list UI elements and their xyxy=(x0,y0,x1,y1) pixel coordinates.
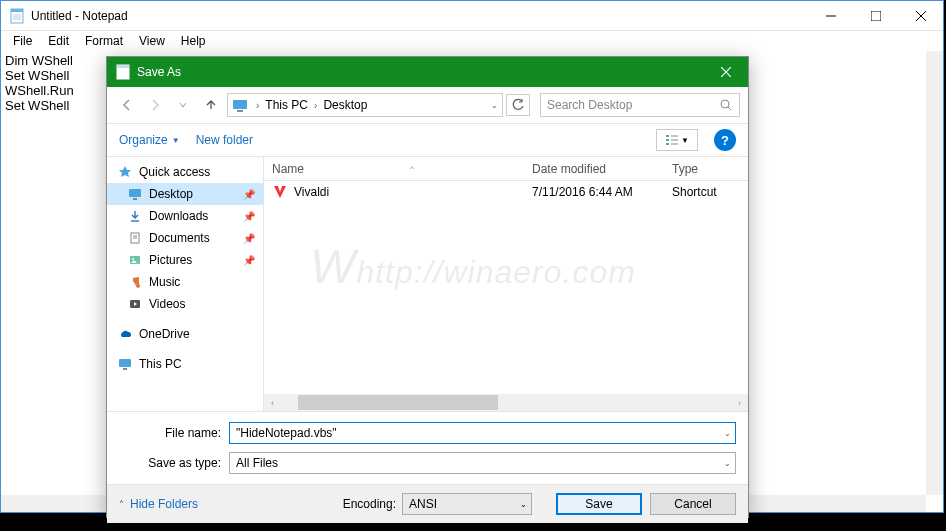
pictures-icon xyxy=(127,252,143,268)
maximize-button[interactable] xyxy=(853,1,898,30)
chevron-down-icon[interactable]: ⌄ xyxy=(724,459,731,468)
search-placeholder: Search Desktop xyxy=(547,98,632,112)
pin-icon: 📌 xyxy=(243,233,255,244)
svg-rect-19 xyxy=(666,143,669,145)
svg-rect-13 xyxy=(233,100,247,109)
svg-rect-1 xyxy=(11,9,23,12)
new-folder-button[interactable]: New folder xyxy=(196,133,253,147)
nav-row: › This PC › Desktop ⌄ Search Desktop xyxy=(107,87,748,123)
search-icon xyxy=(719,98,733,112)
editor-line: WShell.Run xyxy=(5,83,74,98)
cancel-button[interactable]: Cancel xyxy=(650,493,736,515)
nav-desktop[interactable]: Desktop 📌 xyxy=(107,183,263,205)
organize-button[interactable]: Organize ▼ xyxy=(119,133,180,147)
recent-dropdown[interactable] xyxy=(171,93,195,117)
menu-view[interactable]: View xyxy=(131,32,173,50)
notepad-icon xyxy=(9,8,25,24)
encoding-label: Encoding: xyxy=(343,497,396,511)
save-as-dialog: Save As › This PC › Desktop ⌄ Search Des… xyxy=(106,56,749,518)
svg-rect-24 xyxy=(133,198,137,200)
monitor-icon xyxy=(232,97,248,113)
hide-folders-button[interactable]: ˄ Hide Folders xyxy=(119,497,198,511)
search-input[interactable]: Search Desktop xyxy=(540,93,740,117)
download-icon xyxy=(127,208,143,224)
window-title: Untitled - Notepad xyxy=(31,9,808,23)
star-icon xyxy=(117,164,133,180)
view-button[interactable]: ▼ xyxy=(656,129,698,151)
svg-rect-23 xyxy=(129,189,141,197)
sort-asc-icon: ^ xyxy=(410,164,414,173)
save-button[interactable]: Save xyxy=(556,493,642,515)
form-area: File name: "HideNotepad.vbs" ⌄ Save as t… xyxy=(107,411,748,484)
dialog-body: Quick access Desktop 📌 Downloads 📌 Docum… xyxy=(107,157,748,411)
nav-music[interactable]: Music xyxy=(107,271,263,293)
desktop-icon xyxy=(127,186,143,202)
dialog-icon xyxy=(115,64,131,80)
editor-line: Dim WShell xyxy=(5,53,73,68)
filename-input[interactable]: "HideNotepad.vbs" ⌄ xyxy=(229,422,736,444)
breadcrumb-thispc[interactable]: This PC xyxy=(263,98,310,112)
refresh-button[interactable] xyxy=(506,94,530,116)
chevron-right-icon[interactable]: › xyxy=(314,100,317,111)
column-type[interactable]: Type xyxy=(664,162,744,176)
svg-rect-33 xyxy=(123,368,127,370)
nav-quick-access[interactable]: Quick access xyxy=(107,161,263,183)
encoding-select[interactable]: ANSI ⌄ xyxy=(402,493,532,515)
menu-edit[interactable]: Edit xyxy=(40,32,77,50)
breadcrumb-desktop[interactable]: Desktop xyxy=(321,98,369,112)
svg-rect-14 xyxy=(237,110,243,112)
close-button[interactable] xyxy=(898,1,943,30)
pin-icon: 📌 xyxy=(243,255,255,266)
svg-rect-6 xyxy=(871,11,881,21)
file-type: Shortcut xyxy=(664,185,744,199)
dialog-footer: ˄ Hide Folders Encoding: ANSI ⌄ Save Can… xyxy=(107,484,748,523)
nav-thispc[interactable]: This PC xyxy=(107,353,263,375)
svg-point-30 xyxy=(132,258,134,260)
svg-point-15 xyxy=(721,100,729,108)
file-list: Name ^ Date modified Type Vivaldi 7/11/2… xyxy=(264,157,748,411)
cloud-icon xyxy=(117,326,133,342)
dialog-titlebar[interactable]: Save As xyxy=(107,57,748,87)
svg-rect-17 xyxy=(666,135,669,137)
breadcrumb-dropdown[interactable]: ⌄ xyxy=(491,101,498,110)
svg-rect-32 xyxy=(119,359,131,367)
column-date[interactable]: Date modified xyxy=(524,162,664,176)
notepad-titlebar[interactable]: Untitled - Notepad xyxy=(1,1,943,31)
column-name[interactable]: Name ^ xyxy=(264,162,524,176)
menu-file[interactable]: File xyxy=(5,32,40,50)
file-date: 7/11/2016 6:44 AM xyxy=(524,185,664,199)
svg-line-16 xyxy=(728,107,731,110)
dialog-title: Save As xyxy=(137,65,703,79)
chevron-up-icon: ˄ xyxy=(119,499,124,510)
chevron-down-icon[interactable]: ⌄ xyxy=(724,429,731,438)
window-controls xyxy=(808,1,943,30)
svg-rect-10 xyxy=(117,65,129,68)
back-button[interactable] xyxy=(115,93,139,117)
nav-downloads[interactable]: Downloads 📌 xyxy=(107,205,263,227)
dialog-close-button[interactable] xyxy=(703,57,748,87)
nav-pictures[interactable]: Pictures 📌 xyxy=(107,249,263,271)
minimize-button[interactable] xyxy=(808,1,853,30)
saveastype-select[interactable]: All Files ⌄ xyxy=(229,452,736,474)
nav-videos[interactable]: Videos xyxy=(107,293,263,315)
pin-icon: 📌 xyxy=(243,189,255,200)
up-button[interactable] xyxy=(199,93,223,117)
scrollbar-thumb[interactable] xyxy=(298,395,498,410)
nav-onedrive[interactable]: OneDrive xyxy=(107,323,263,345)
file-row[interactable]: Vivaldi 7/11/2016 6:44 AM Shortcut xyxy=(264,181,748,203)
file-name: Vivaldi xyxy=(294,185,329,199)
forward-button[interactable] xyxy=(143,93,167,117)
documents-icon xyxy=(127,230,143,246)
menubar: File Edit Format View Help xyxy=(1,31,943,51)
menu-format[interactable]: Format xyxy=(77,32,131,50)
list-view-icon xyxy=(665,133,679,147)
menu-help[interactable]: Help xyxy=(173,32,214,50)
nav-documents[interactable]: Documents 📌 xyxy=(107,227,263,249)
breadcrumb[interactable]: › This PC › Desktop ⌄ xyxy=(227,93,503,117)
saveastype-label: Save as type: xyxy=(119,456,229,470)
file-list-scrollbar[interactable]: ‹ › xyxy=(264,394,748,411)
chevron-right-icon[interactable]: › xyxy=(256,100,259,111)
vertical-scrollbar[interactable] xyxy=(926,51,943,495)
chevron-down-icon[interactable]: ⌄ xyxy=(520,500,527,509)
help-button[interactable]: ? xyxy=(714,129,736,151)
